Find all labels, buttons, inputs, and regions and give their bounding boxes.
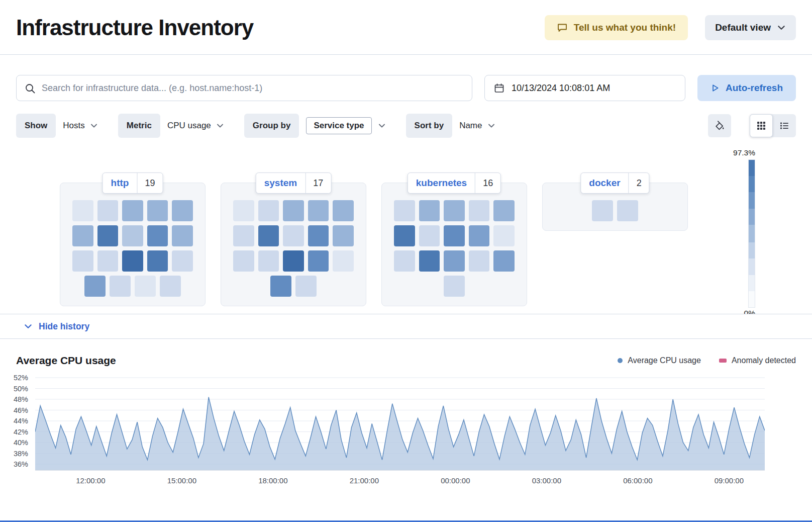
node-square[interactable] <box>233 250 254 272</box>
node-square[interactable] <box>308 200 329 221</box>
search-box <box>16 75 472 101</box>
node-square[interactable] <box>122 200 143 221</box>
legend-item-anomaly[interactable]: Anomaly detected <box>719 356 796 365</box>
date-picker[interactable]: 10/13/2024 10:08:01 AM <box>484 75 685 101</box>
node-square[interactable] <box>419 250 440 272</box>
node-square[interactable] <box>258 225 279 246</box>
node-square[interactable] <box>270 276 291 297</box>
node-square[interactable] <box>84 276 106 297</box>
color-scale-legend: 97.3% 0% <box>733 148 755 318</box>
node-square[interactable] <box>283 225 304 246</box>
color-palette-button[interactable] <box>708 114 731 137</box>
node-row <box>233 200 354 221</box>
group-label-kubernetes[interactable]: kubernetes16 <box>408 172 501 194</box>
node-square[interactable] <box>72 200 93 221</box>
node-square[interactable] <box>147 225 168 246</box>
node-square[interactable] <box>147 200 168 221</box>
group-label-system[interactable]: system17 <box>256 172 332 194</box>
cpu-usage-chart[interactable]: 52%50%48%46%44%42%40%38%36% 12:00:0015:0… <box>0 374 812 494</box>
infrastructure-inventory-page: Infrastructure Inventory Tell us what yo… <box>0 0 812 522</box>
node-square[interactable] <box>283 200 304 221</box>
group-label-http[interactable]: http19 <box>103 172 163 194</box>
node-square[interactable] <box>493 200 515 221</box>
legend-cpu-label: Average CPU usage <box>628 356 701 365</box>
calendar-icon <box>494 83 504 94</box>
table-view-button[interactable] <box>773 114 796 137</box>
search-input[interactable] <box>17 75 472 101</box>
node-square[interactable] <box>394 225 415 246</box>
metric-filter[interactable]: Metric CPU usage <box>118 114 229 138</box>
node-square[interactable] <box>419 200 440 221</box>
node-square[interactable] <box>135 276 156 297</box>
node-square[interactable] <box>72 225 93 246</box>
node-square[interactable] <box>160 276 181 297</box>
show-filter[interactable]: Show Hosts <box>16 114 103 138</box>
view-mode-toggle <box>750 114 796 137</box>
node-row <box>72 250 193 272</box>
sort-by-filter[interactable]: Sort by Name <box>406 114 500 138</box>
chart-legend: Average CPU usage Anomaly detected <box>618 356 796 365</box>
node-square[interactable] <box>72 250 93 272</box>
node-square[interactable] <box>97 225 119 246</box>
legend-item-cpu[interactable]: Average CPU usage <box>618 356 701 365</box>
node-square[interactable] <box>122 225 143 246</box>
x-axis-label: 15:00:00 <box>159 476 205 485</box>
node-square[interactable] <box>469 225 490 246</box>
node-square[interactable] <box>122 250 143 272</box>
node-square[interactable] <box>333 200 354 221</box>
hide-history-toggle[interactable]: Hide history <box>0 314 812 339</box>
node-square[interactable] <box>258 200 279 221</box>
y-axis-label: 42% <box>14 428 28 436</box>
node-square[interactable] <box>233 200 254 221</box>
node-square[interactable] <box>172 250 193 272</box>
feedback-button[interactable]: Tell us what you think! <box>545 15 688 40</box>
x-axis-label: 21:00:00 <box>342 476 387 485</box>
node-square[interactable] <box>444 225 465 246</box>
view-selector-button[interactable]: Default view <box>705 15 796 40</box>
node-square[interactable] <box>394 250 415 272</box>
waffle-groups: http19system17kubernetes16docker2 <box>16 171 796 306</box>
node-square[interactable] <box>493 250 515 272</box>
node-square[interactable] <box>469 250 490 272</box>
group-count: 19 <box>137 173 162 193</box>
node-square[interactable] <box>172 200 193 221</box>
node-square[interactable] <box>308 250 329 272</box>
node-square[interactable] <box>444 276 465 297</box>
node-square[interactable] <box>617 200 638 221</box>
node-square[interactable] <box>419 225 440 246</box>
group-name: system <box>256 173 306 193</box>
node-square[interactable] <box>283 250 304 272</box>
node-square[interactable] <box>394 200 415 221</box>
filter-bar: Show Hosts Metric CPU usage Group by Ser… <box>16 114 796 138</box>
x-axis-label: 06:00:00 <box>615 476 660 485</box>
group-by-filter[interactable]: Group by Service type <box>244 114 391 138</box>
legend-gradient-bar[interactable] <box>748 159 755 308</box>
node-square[interactable] <box>469 200 490 221</box>
auto-refresh-button[interactable]: Auto-refresh <box>697 75 796 101</box>
group-label-docker[interactable]: docker2 <box>580 172 649 194</box>
node-square[interactable] <box>233 225 254 246</box>
x-axis-label: 00:00:00 <box>433 476 478 485</box>
node-square[interactable] <box>308 225 329 246</box>
grid-view-button[interactable] <box>750 114 773 137</box>
node-square[interactable] <box>97 250 119 272</box>
node-square[interactable] <box>592 200 613 221</box>
group-by-filter-value[interactable]: Service type <box>306 117 371 134</box>
node-square[interactable] <box>493 225 515 246</box>
node-square[interactable] <box>258 250 279 272</box>
y-axis: 52%50%48%46%44%42%40%38%36% <box>0 374 30 482</box>
node-square[interactable] <box>172 225 193 246</box>
node-square[interactable] <box>147 250 168 272</box>
page-title: Infrastructure Inventory <box>16 15 253 40</box>
group-name: http <box>103 173 137 193</box>
area-chart-canvas <box>35 374 765 482</box>
node-square[interactable] <box>97 200 119 221</box>
node-square[interactable] <box>110 276 131 297</box>
node-square[interactable] <box>444 250 465 272</box>
node-square[interactable] <box>333 225 354 246</box>
node-row <box>555 200 675 221</box>
node-square[interactable] <box>444 200 465 221</box>
node-square[interactable] <box>333 250 354 272</box>
node-square[interactable] <box>295 276 317 297</box>
datetime-value: 10/13/2024 10:08:01 AM <box>512 83 610 94</box>
